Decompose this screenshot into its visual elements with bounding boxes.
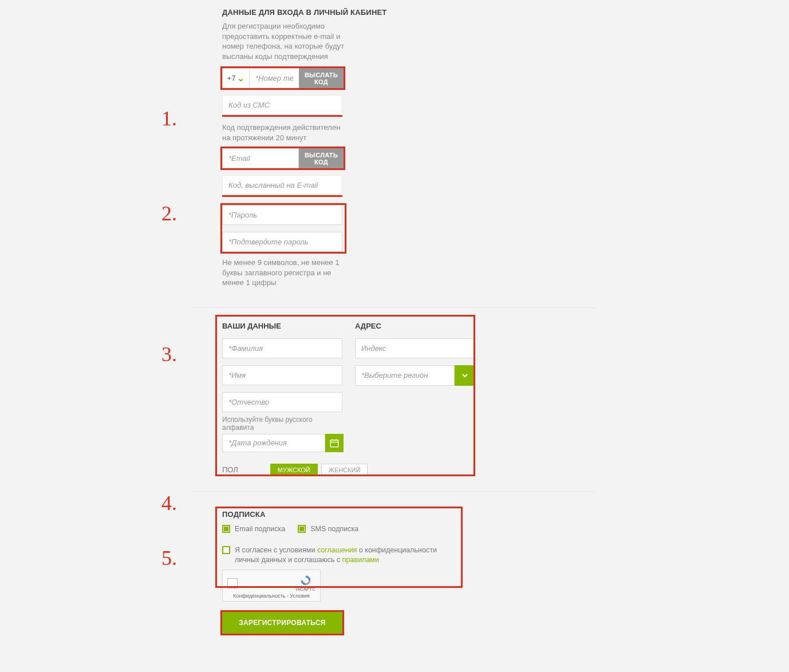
- sms-sub-label: SMS подписка: [310, 524, 358, 534]
- agree-text: Я согласен с условиями соглашения о конф…: [235, 545, 463, 565]
- recaptcha-logo: reCAPTC: [296, 575, 315, 592]
- phone-send-group: +7 ⌄ ВЫСЛАТЬ КОД: [222, 68, 344, 88]
- dob-calendar-button[interactable]: [325, 434, 344, 452]
- phone-prefix-select[interactable]: +7 ⌄: [222, 68, 250, 88]
- phone-prefix-value: +7: [227, 74, 236, 82]
- email-sub-checkbox[interactable]: [222, 525, 230, 533]
- phone-input[interactable]: [250, 68, 299, 88]
- step-1-marker: 1.: [161, 106, 177, 131]
- email-sub-option[interactable]: Email подписка: [222, 524, 285, 534]
- send-sms-code-button[interactable]: ВЫСЛАТЬ КОД: [299, 68, 344, 88]
- agree-checkbox[interactable]: [222, 546, 230, 554]
- chevron-down-icon: [460, 371, 470, 380]
- patronymic-input[interactable]: [222, 392, 342, 412]
- profile-heading: ВАШИ ДАННЫЕ: [222, 322, 344, 330]
- gender-row: ПОЛ МУЖСКОЙ ЖЕНСКИЙ: [222, 464, 566, 476]
- password-group: [222, 205, 345, 252]
- login-heading: ДАННЫЕ ДЛЯ ВХОДА В ЛИЧНЫЙ КАБИНЕТ: [222, 8, 566, 17]
- register-button[interactable]: ЗАРЕГИСТРИРОВАТЬСЯ: [222, 612, 342, 634]
- subscribe-section: ПОДПИСКА Email подписка SMS подписка Я с…: [192, 508, 596, 606]
- address-heading: АДРЕС: [355, 322, 475, 330]
- lastname-input[interactable]: [222, 338, 342, 358]
- calendar-icon: [329, 438, 340, 448]
- subscribe-heading: ПОДПИСКА: [222, 510, 566, 519]
- sms-sub-option[interactable]: SMS подписка: [298, 524, 358, 534]
- recaptcha-icon: [299, 575, 312, 586]
- agreement-link[interactable]: соглашения: [317, 546, 357, 554]
- agree-prefix: Я согласен с условиями: [235, 546, 317, 554]
- password-rule: Не менее 9 символов, не менее 1 буквы за…: [222, 258, 354, 288]
- step-4-marker: 4.: [161, 491, 177, 515]
- password-confirm-input[interactable]: [222, 232, 342, 252]
- gender-male-button[interactable]: МУЖСКОЙ: [270, 464, 318, 476]
- register-section: ЗАРЕГИСТРИРОВАТЬСЯ: [192, 606, 596, 646]
- send-email-code-button[interactable]: ВЫСЛАТЬ КОД: [299, 148, 344, 168]
- zip-input[interactable]: [355, 338, 475, 358]
- sms-sub-checkbox[interactable]: [298, 525, 306, 533]
- profile-section: ВАШИ ДАННЫЕ Используйте буквы русского а…: [192, 308, 596, 492]
- step-5-marker: 5.: [161, 546, 177, 570]
- chevron-down-icon: ⌄: [237, 74, 244, 83]
- svg-rect-0: [330, 440, 338, 447]
- recaptcha-checkbox[interactable]: [227, 578, 238, 588]
- sms-code-input[interactable]: [222, 95, 342, 115]
- email-code-input[interactable]: [222, 175, 342, 195]
- email-code-underline: [222, 195, 342, 197]
- step-3-marker: 3.: [161, 342, 177, 366]
- alphabet-note: Используйте буквы русского алфавита: [222, 416, 344, 432]
- recaptcha-widget[interactable]: reCAPTC Конфиденциальность - Условия: [222, 570, 321, 602]
- email-sub-label: Email подписка: [235, 524, 285, 534]
- gender-label: ПОЛ: [222, 465, 238, 474]
- email-input[interactable]: [222, 148, 299, 168]
- dob-input[interactable]: [222, 434, 325, 452]
- agree-row[interactable]: Я согласен с условиями соглашения о конф…: [222, 545, 463, 565]
- gender-segment: МУЖСКОЙ ЖЕНСКИЙ: [270, 464, 368, 476]
- password-input[interactable]: [222, 205, 342, 225]
- sms-code-underline: [222, 115, 342, 117]
- address-column: АДРЕС: [355, 322, 475, 452]
- region-row: [355, 365, 475, 386]
- step-2-marker: 2.: [161, 201, 177, 226]
- region-select[interactable]: [355, 365, 455, 386]
- login-intro: Для регистрации необходимо предоставить …: [222, 21, 345, 61]
- email-send-group: ВЫСЛАТЬ КОД: [222, 148, 344, 168]
- firstname-input[interactable]: [222, 365, 342, 385]
- rules-link[interactable]: правилами: [342, 556, 379, 564]
- recaptcha-footer: Конфиденциальность - Условия: [227, 593, 315, 599]
- region-dropdown-button[interactable]: [455, 365, 475, 386]
- gender-female-button[interactable]: ЖЕНСКИЙ: [321, 464, 368, 476]
- profile-column: ВАШИ ДАННЫЕ Используйте буквы русского а…: [222, 322, 344, 452]
- section-gap: [192, 492, 596, 508]
- login-section: ДАННЫЕ ДЛЯ ВХОДА В ЛИЧНЫЙ КАБИНЕТ Для ре…: [192, 0, 596, 308]
- dob-row: [222, 434, 344, 452]
- recaptcha-brand: reCAPTC: [296, 587, 315, 592]
- code-valid-note: Код подтверждения действителен на протяж…: [222, 122, 345, 143]
